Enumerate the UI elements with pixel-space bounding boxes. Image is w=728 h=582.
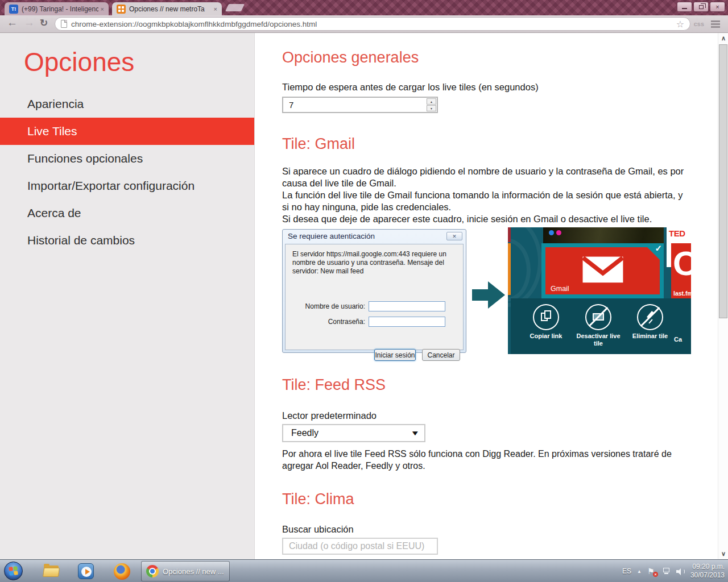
- command-disable-live-tile: Desactivar live tile: [572, 304, 624, 347]
- firefox-taskbar-icon[interactable]: [114, 563, 131, 579]
- reader-label: Lector predeterminado: [282, 410, 377, 421]
- command-partial: Ca: [674, 304, 691, 343]
- login-button: Iniciar sesión: [374, 349, 416, 361]
- language-indicator[interactable]: ES: [622, 567, 631, 575]
- alert-badge: ×: [653, 572, 658, 577]
- pin-slash-icon: [637, 304, 663, 330]
- reload-icon[interactable]: ↻: [40, 17, 48, 29]
- gmail-description: Si aparece un cuadro de diálogo pidiendo…: [282, 165, 687, 225]
- gmail-tile-label: Gmail: [551, 285, 569, 293]
- password-row: Contraseña:: [286, 317, 463, 327]
- clock[interactable]: 09:20 p.m. 30/07/2013: [690, 563, 725, 580]
- username-label: Nombre de usuario:: [290, 302, 365, 310]
- css-extension-badge[interactable]: css: [694, 20, 704, 27]
- chrome-taskbar-button[interactable]: Opciones // new ...: [141, 561, 230, 581]
- spinner-up-icon[interactable]: ▲: [427, 98, 436, 105]
- monitor-slash-icon: [585, 304, 611, 330]
- username-row: Nombre de usuario:: [286, 301, 463, 311]
- tab-close-icon[interactable]: ×: [101, 6, 104, 13]
- gmail-tile-selected: Gmail ✓: [541, 243, 664, 298]
- tile-command-bar: Copiar link Desactivar live tile Elimina…: [511, 298, 691, 354]
- browser-toolbar: ← → ↻ chrome-extension://oogmkbpkoblajko…: [0, 15, 728, 33]
- arrow-right-icon: [472, 281, 505, 309]
- dialog-close-icon: ✕: [446, 232, 462, 240]
- lastfm-tile-label: last.fm: [673, 290, 691, 297]
- dialog-message: El servidor https://mail.google.com:443 …: [292, 250, 461, 276]
- forward-icon: →: [24, 16, 35, 29]
- options-page: Opciones Apariencia Live Tiles Funciones…: [0, 33, 728, 559]
- metro-tiles-screenshot: TED Gmail ✓ O last.fm: [508, 227, 691, 354]
- address-bar[interactable]: chrome-extension://oogmkbpkoblajkomflhkk…: [55, 17, 690, 31]
- tab-taringa[interactable]: T! (+99) Taringa! - Inteligenc ×: [5, 2, 109, 15]
- scrollbar-thumb[interactable]: [719, 44, 727, 318]
- username-field: [369, 301, 445, 311]
- tab-opciones[interactable]: Opciones // new metroTa ×: [112, 2, 222, 15]
- copy-icon: [533, 304, 559, 330]
- page-title: Opciones: [24, 47, 134, 77]
- page-icon: [61, 20, 67, 28]
- reader-select-value: Feedly: [291, 428, 412, 438]
- dialog-client-area: El servidor https://mail.google.com:443 …: [285, 244, 464, 350]
- close-button[interactable]: ×: [710, 2, 725, 12]
- restore-button[interactable]: [693, 2, 709, 12]
- taringa-favicon-icon: T!: [9, 5, 18, 14]
- timeout-label: Tiempo de espera antes de cargar los liv…: [282, 82, 539, 93]
- explorer-taskbar-icon[interactable]: [43, 563, 60, 579]
- scroll-up-icon[interactable]: ∧: [718, 34, 728, 43]
- sidebar-item-funciones[interactable]: Funciones opcionales: [0, 145, 254, 172]
- sidebar: Opciones Apariencia Live Tiles Funciones…: [0, 33, 255, 559]
- spinner-down-icon[interactable]: ▼: [427, 105, 436, 111]
- location-search-input[interactable]: [282, 538, 438, 555]
- options-content: Opciones generales Tiempo de espera ante…: [255, 33, 718, 559]
- window-controls: ×: [677, 2, 725, 12]
- ted-logo: TED: [669, 228, 685, 238]
- timeout-input[interactable]: [282, 97, 438, 113]
- feed-note: Por ahora el live tile Feed RSS sólo fun…: [282, 448, 680, 472]
- chrome-icon: [146, 565, 159, 577]
- chevron-down-icon: ▼: [411, 429, 420, 437]
- sidebar-item-historial[interactable]: Historial de cambios: [0, 227, 254, 254]
- back-icon[interactable]: ←: [7, 16, 18, 29]
- reader-select[interactable]: Feedly ▼: [282, 424, 425, 442]
- sidebar-item-acerca[interactable]: Acerca de: [0, 199, 254, 227]
- general-heading: Opciones generales: [282, 49, 419, 66]
- sidebar-menu: Apariencia Live Tiles Funciones opcional…: [0, 90, 254, 254]
- media-player-taskbar-icon[interactable]: [78, 563, 95, 579]
- gmail-paragraph-1: Si aparece un cuadro de diálogo pidiendo…: [282, 165, 687, 189]
- page-scrollbar[interactable]: ∧ ∨: [718, 33, 728, 559]
- new-tab-button[interactable]: [225, 4, 245, 11]
- gmail-heading: Tile: Gmail: [282, 135, 355, 153]
- blue-dot-icon: [549, 230, 554, 235]
- sidebar-item-apariencia[interactable]: Apariencia: [0, 90, 254, 118]
- sidebar-item-live-tiles[interactable]: Live Tiles: [0, 118, 254, 145]
- network-icon[interactable]: [662, 568, 671, 575]
- url-text[interactable]: chrome-extension://oogmkbpkoblajkomflhkk…: [71, 20, 676, 28]
- gmail-tile: Gmail: [545, 247, 660, 294]
- check-icon: ✓: [655, 243, 662, 253]
- tab-close-icon[interactable]: ×: [214, 6, 217, 13]
- system-tray: ES ▲ ⚑ × 09:20 p.m. 30/07/2013: [622, 560, 725, 582]
- scroll-down-icon[interactable]: ∨: [718, 549, 728, 559]
- command-delete-tile: Eliminar tile: [624, 304, 676, 340]
- pink-dot-icon: [556, 230, 561, 235]
- chrome-menu-icon[interactable]: [711, 20, 720, 28]
- action-center-flag-icon[interactable]: ⚑ ×: [647, 567, 656, 576]
- lastfm-letter: O: [673, 247, 691, 281]
- clock-date: 30/07/2013: [690, 571, 725, 580]
- minimize-button[interactable]: [677, 2, 692, 12]
- gmail-paragraph-2: La función del live tile de Gmail funcio…: [282, 189, 687, 213]
- feed-heading: Tile: Feed RSS: [282, 376, 386, 394]
- password-label: Contraseña:: [290, 318, 365, 326]
- bookmark-star-icon[interactable]: ☆: [676, 19, 684, 30]
- auth-dialog-screenshot: Se requiere autenticación ✕ El servidor …: [282, 229, 466, 353]
- volume-icon[interactable]: [676, 568, 685, 575]
- start-button[interactable]: [4, 562, 23, 580]
- windows-taskbar: Opciones // new ... ES ▲ ⚑ × 09:20 p.m. …: [0, 559, 728, 582]
- dialog-title: Se requiere autenticación: [288, 232, 375, 240]
- envelope-icon: [581, 255, 624, 284]
- metrotab-favicon-icon: [117, 5, 126, 14]
- sidebar-item-importar-exportar[interactable]: Importar/Exportar configuración: [0, 172, 254, 199]
- gmail-paragraph-3: Si desea que deje de aparecer este cuadr…: [282, 213, 687, 225]
- chrome-task-label: Opciones // new ...: [163, 567, 224, 576]
- hidden-icons-icon[interactable]: ▲: [637, 569, 642, 574]
